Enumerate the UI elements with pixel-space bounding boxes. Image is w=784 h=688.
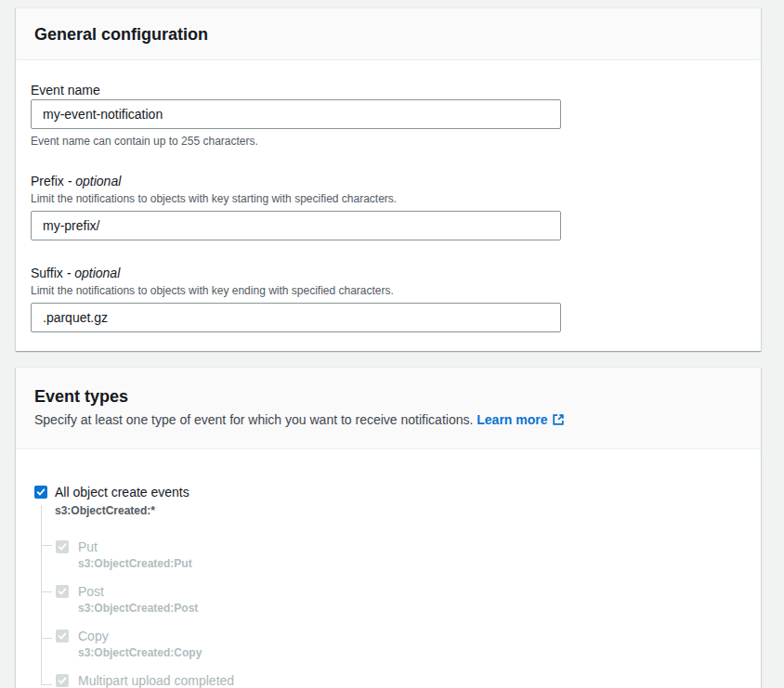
check-icon	[58, 631, 67, 641]
put-checkbox	[56, 540, 69, 553]
suffix-label-text: Suffix	[31, 266, 63, 280]
suffix-input[interactable]	[31, 303, 561, 332]
prefix-field: Prefix - optional Limit the notification…	[31, 172, 746, 240]
tree-vertical-line	[41, 505, 42, 684]
general-configuration-header: General configuration	[16, 8, 761, 60]
event-types-description: Specify at least one type of event for w…	[34, 411, 742, 430]
prefix-label-text: Prefix	[31, 174, 64, 188]
tree-branch-line	[41, 638, 52, 639]
post-code: s3:ObjectCreated:Post	[78, 601, 746, 616]
post-event-row: Post	[34, 582, 746, 601]
copy-label: Copy	[78, 627, 109, 645]
copy-checkbox	[56, 630, 69, 643]
event-types-body: All object create events s3:ObjectCreate…	[16, 449, 761, 688]
check-icon	[58, 676, 67, 685]
event-name-field: Event name Event name can contain up to …	[31, 81, 746, 149]
copy-code: s3:ObjectCreated:Copy	[78, 645, 746, 660]
copy-event-row: Copy	[34, 627, 746, 645]
post-event-item: Post s3:ObjectCreated:Post	[34, 582, 746, 616]
event-name-input[interactable]	[31, 99, 561, 129]
event-types-tree: All object create events s3:ObjectCreate…	[31, 483, 746, 688]
suffix-description: Limit the notifications to objects with …	[31, 283, 746, 298]
suffix-field: Suffix - optional Limit the notification…	[31, 264, 746, 332]
learn-more-link[interactable]: Learn more	[477, 412, 547, 427]
prefix-optional-text: - optional	[68, 174, 122, 188]
multipart-upload-event-row: Multipart upload completed	[34, 671, 746, 688]
post-checkbox	[56, 585, 69, 598]
put-event-row: Put	[34, 538, 746, 556]
tree-branch-line	[41, 684, 52, 685]
all-object-create-events-code: s3:ObjectCreated:*	[55, 503, 746, 518]
check-icon	[58, 542, 67, 552]
prefix-description: Limit the notifications to objects with …	[31, 191, 746, 206]
check-icon	[36, 487, 46, 497]
put-event-item: Put s3:ObjectCreated:Put	[34, 538, 746, 571]
all-object-create-events-row: All object create events	[34, 483, 746, 501]
tree-branch-line	[41, 591, 52, 592]
external-link-icon	[552, 413, 565, 430]
general-configuration-body: Event name Event name can contain up to …	[16, 60, 761, 351]
all-object-create-events-checkbox[interactable]	[34, 486, 47, 499]
suffix-optional-text: - optional	[67, 266, 121, 280]
event-types-header: Event types Specify at least one type of…	[16, 368, 761, 449]
prefix-label: Prefix - optional	[31, 172, 746, 190]
prefix-input[interactable]	[31, 211, 561, 240]
put-code: s3:ObjectCreated:Put	[78, 556, 746, 571]
event-name-hint: Event name can contain up to 255 charact…	[31, 134, 746, 149]
tree-branch-line	[41, 545, 52, 546]
event-types-title: Event types	[34, 386, 742, 407]
general-configuration-title: General configuration	[34, 24, 742, 45]
all-object-create-events-label: All object create events	[55, 483, 189, 501]
event-types-card: Event types Specify at least one type of…	[16, 367, 761, 688]
put-label: Put	[78, 538, 98, 556]
copy-event-item: Copy s3:ObjectCreated:Copy	[34, 627, 746, 660]
post-label: Post	[78, 582, 104, 601]
event-types-description-text: Specify at least one type of event for w…	[34, 412, 473, 427]
multipart-upload-checkbox	[56, 674, 69, 687]
check-icon	[58, 587, 67, 596]
suffix-label: Suffix - optional	[31, 264, 746, 282]
multipart-upload-event-item: Multipart upload completed s3:ObjectCrea…	[34, 671, 746, 688]
general-configuration-card: General configuration Event name Event n…	[16, 7, 761, 351]
event-name-label-text: Event name	[31, 83, 100, 97]
event-name-label: Event name	[31, 81, 746, 99]
multipart-upload-label: Multipart upload completed	[78, 671, 234, 688]
